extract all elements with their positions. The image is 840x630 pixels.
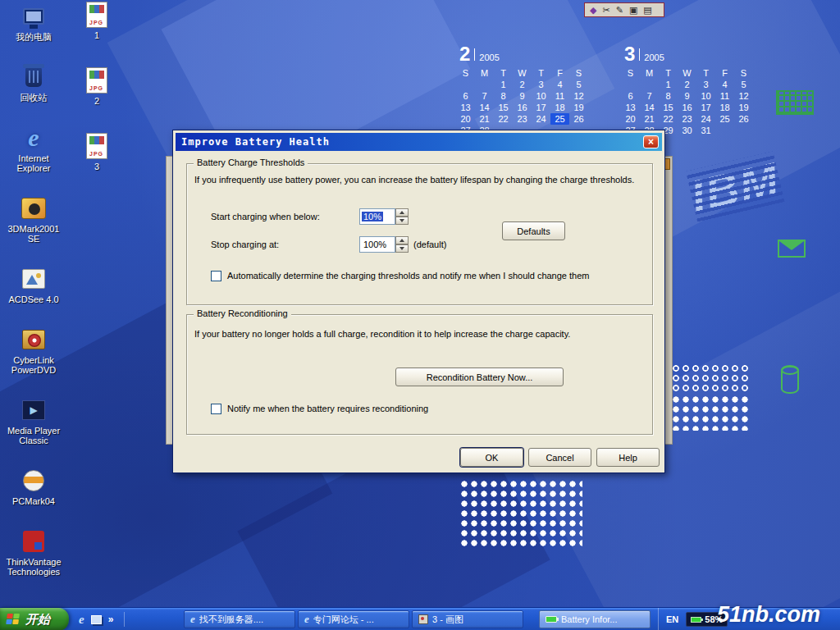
notify-reconditioning-checkbox[interactable]: Notify me when the battery requires reco… <box>211 404 428 414</box>
quicklaunch-more[interactable]: » <box>108 614 114 625</box>
auto-determine-checkbox[interactable]: Automatically determine the charging thr… <box>211 271 589 281</box>
checkbox-label: Automatically determine the charging thr… <box>227 271 589 281</box>
up-arrow-icon <box>399 239 404 242</box>
battery-icon <box>691 617 701 623</box>
desktop-icon-label: CyberLink PowerDVD <box>2 355 65 375</box>
desktop-icon-my-computer[interactable]: 我的电脑 <box>2 3 66 42</box>
grid-icon[interactable]: ▤ <box>643 6 651 15</box>
desktop-icon-jpg-3[interactable]: 3 <box>77 133 116 171</box>
reconditioning-description: If your battery no longer holds a full c… <box>194 329 570 339</box>
desktop-icon-label: 2 <box>94 96 99 106</box>
windows-logo-icon <box>6 614 21 625</box>
floating-toolbar[interactable]: ◆✂✎▣▤ <box>584 2 664 17</box>
spin-down-button[interactable] <box>395 217 409 225</box>
desktop-icon-jpg-2[interactable]: 2 <box>77 67 116 106</box>
down-arrow-icon <box>399 247 404 250</box>
battery-charge-thresholds-group: Battery Charge Thresholds If you infrequ… <box>186 163 653 305</box>
ok-button[interactable]: OK <box>460 448 523 467</box>
pcmark04-icon <box>20 468 48 494</box>
start-button[interactable]: 开始 <box>0 608 69 630</box>
spinner-buttons <box>395 208 409 225</box>
improve-battery-health-dialog: Improve Battery Health × Battery Charge … <box>172 130 665 473</box>
taskbar-task-4[interactable]: Battery Infor... <box>539 610 651 628</box>
desktop-icon-thinkvantage-technologies[interactable]: ThinkVantage Technologies <box>2 528 66 577</box>
dialog-titlebar[interactable]: Improve Battery Health × <box>176 133 662 151</box>
taskbar-task-2[interactable]: e专门网论坛 - ... <box>298 610 409 628</box>
cancel-button[interactable]: Cancel <box>528 448 591 467</box>
my-computer-icon <box>20 3 48 30</box>
internet-explorer-icon: e <box>20 125 48 151</box>
start-threshold-spinner[interactable]: 10% <box>359 208 409 225</box>
watermark: 51nb.com <box>717 602 820 628</box>
diamond-icon[interactable]: ◆ <box>590 6 596 15</box>
ie-icon: e <box>190 613 195 626</box>
3dmark2001-se-icon <box>20 195 48 221</box>
recondition-battery-button[interactable]: Recondition Battery Now... <box>395 368 564 386</box>
stop-threshold-value: 100% <box>362 240 388 249</box>
battery-reconditioning-group: Battery Reconditioning If your battery n… <box>186 314 653 435</box>
ie-icon: e <box>304 613 309 626</box>
quicklaunch-show-desktop[interactable] <box>91 615 102 624</box>
group-title: Battery Charge Thresholds <box>194 158 308 167</box>
quicklaunch-internet-explorer[interactable]: e <box>79 613 84 627</box>
spinner-buttons <box>395 236 409 253</box>
taskbar-task-3[interactable]: 3 - 画图 <box>412 610 523 628</box>
close-icon: × <box>648 137 654 147</box>
battery-icon <box>546 616 557 623</box>
task-label: 专门网论坛 - ... <box>313 614 374 626</box>
desktop-icon-cyberlink-powerdvd[interactable]: CyberLink PowerDVD <box>2 326 66 375</box>
close-button[interactable]: × <box>643 135 659 148</box>
desktop-icon-pcmark04[interactable]: PCMark04 <box>2 468 66 506</box>
task-label: Battery Infor... <box>561 614 617 624</box>
desktop-icon-label: PCMark04 <box>12 496 55 506</box>
desktop-icon-label: 我的电脑 <box>16 32 52 42</box>
desktop-icon-label: ACDSee 4.0 <box>8 294 58 304</box>
dot-pattern <box>459 479 582 546</box>
jpg-file-icon <box>83 133 111 159</box>
dialog-title: Improve Battery Health <box>181 136 330 148</box>
desktop-icon-list: 我的电脑回收站eInternet Explorer3DMark2001 SEAC… <box>2 3 66 599</box>
envelope-icon <box>778 240 806 258</box>
start-threshold-field[interactable]: 10% <box>359 208 395 225</box>
thinkvantage-technologies-icon <box>20 528 48 555</box>
paint-icon <box>418 614 428 624</box>
spin-up-button[interactable] <box>395 236 409 244</box>
desktop-icon-label: Media Player Classic <box>2 426 65 445</box>
monitor-icon[interactable]: ▣ <box>629 6 637 15</box>
down-arrow-icon <box>399 219 404 222</box>
taskbar-task-1[interactable]: e找不到服务器.... <box>184 610 295 628</box>
stop-charging-label: Stop charging at: <box>211 240 279 249</box>
quick-launch-bar: e» <box>74 608 130 630</box>
desktop-icon-label: 1 <box>94 30 99 40</box>
media-player-classic-icon: ▶ <box>20 397 48 423</box>
help-button[interactable]: Help <box>596 448 660 467</box>
desktop-icon-media-player-classic[interactable]: ▶Media Player Classic <box>2 397 66 445</box>
scissors-icon[interactable]: ✂ <box>602 6 609 15</box>
task-button-list: e找不到服务器....e专门网论坛 - ...3 - 画图Battery Inf… <box>184 608 651 630</box>
stop-threshold-field[interactable]: 100% <box>359 236 395 253</box>
desktop-icon-label: 回收站 <box>21 93 48 103</box>
desktop-icon-label: 3 <box>94 162 99 171</box>
jpg-file-icon <box>83 67 111 94</box>
desktop-icon-internet-explorer[interactable]: eInternet Explorer <box>2 125 66 173</box>
desktop-icon-acdsee-40[interactable]: ACDSee 4.0 <box>2 266 66 304</box>
stop-threshold-spinner[interactable]: 100% <box>359 236 409 253</box>
spin-up-button[interactable] <box>395 208 409 217</box>
spin-down-button[interactable] <box>395 244 409 253</box>
up-arrow-icon <box>399 211 404 214</box>
language-indicator[interactable]: EN <box>666 614 678 624</box>
desktop-icon-recycle-bin[interactable]: 回收站 <box>2 64 66 103</box>
defaults-button[interactable]: Defaults <box>502 221 565 240</box>
desktop-icon-label: 3DMark2001 SE <box>2 224 65 244</box>
desktop-icon-3dmark2001-se[interactable]: 3DMark2001 SE <box>2 195 66 244</box>
checkbox-icon[interactable] <box>211 271 221 281</box>
checkbox-icon[interactable] <box>211 404 221 414</box>
taskbar: 开始 e» e找不到服务器....e专门网论坛 - ...3 - 画图Batte… <box>0 607 840 630</box>
group-title: Battery Reconditioning <box>194 308 291 318</box>
recycle-bin-icon <box>20 64 48 90</box>
pen-icon[interactable]: ✎ <box>616 6 623 15</box>
jpg-icon-list: 123 <box>77 2 116 199</box>
start-button-label: 开始 <box>25 612 50 628</box>
task-label: 3 - 画图 <box>432 614 463 626</box>
desktop-icon-jpg-1[interactable]: 1 <box>77 2 116 40</box>
